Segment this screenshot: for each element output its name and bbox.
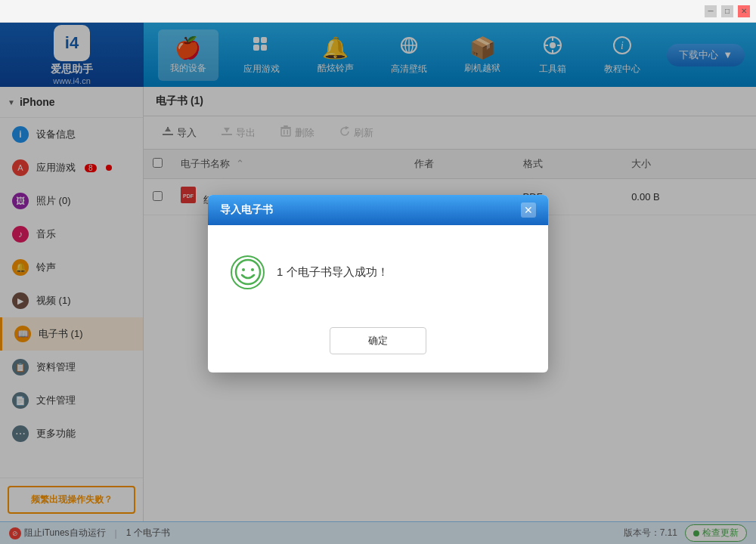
svg-point-30: [236, 260, 260, 284]
import-success-modal: 导入电子书 ✕ 1 个电子书导入成功！ 确定: [208, 195, 548, 372]
modal-title: 导入电子书: [220, 203, 273, 217]
titlebar-controls: ─ □ ✕: [705, 5, 750, 17]
confirm-button[interactable]: 确定: [330, 327, 426, 354]
close-button[interactable]: ✕: [738, 5, 750, 17]
svg-point-31: [242, 268, 245, 271]
modal-close-button[interactable]: ✕: [521, 202, 536, 218]
smiley-icon: [231, 255, 265, 289]
modal-message: 1 个电子书导入成功！: [277, 265, 389, 280]
modal-body: 1 个电子书导入成功！: [208, 225, 548, 320]
modal-overlay: 导入电子书 ✕ 1 个电子书导入成功！ 确定: [0, 23, 756, 544]
minimize-button[interactable]: ─: [705, 5, 717, 17]
modal-header: 导入电子书 ✕: [208, 195, 548, 225]
maximize-button[interactable]: □: [721, 5, 733, 17]
titlebar: ─ □ ✕: [0, 0, 756, 23]
svg-point-32: [251, 268, 254, 271]
modal-footer: 确定: [208, 320, 548, 372]
